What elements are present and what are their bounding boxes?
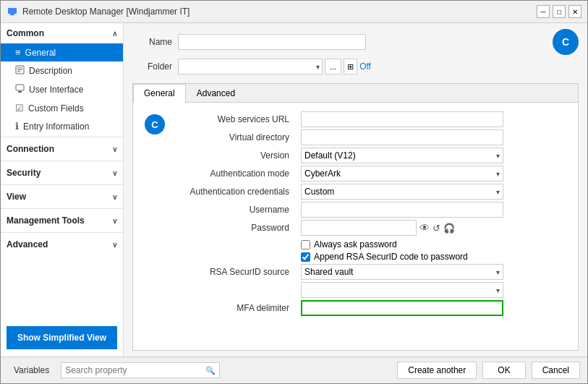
sidebar-management-header[interactable]: Management Tools ∨	[1, 210, 123, 231]
version-row: Version Default (V12) V11 V10	[172, 148, 566, 163]
app-icon	[7, 6, 18, 17]
auth-credentials-label: Authentication credentials	[172, 187, 295, 197]
titlebar: Remote Desktop Manager [Windjammer IT] ─…	[1, 1, 587, 23]
mfa-delimiter-input[interactable]	[301, 300, 503, 316]
chevron-down-mgmt-icon: ∨	[112, 217, 117, 225]
folder-ellipsis-button[interactable]: ...	[325, 59, 341, 74]
sidebar-item-description[interactable]: Description	[1, 61, 123, 80]
auth-credentials-select[interactable]: Custom My account settings Inherited	[301, 184, 503, 200]
sidebar-item-general[interactable]: ≡ General	[1, 43, 123, 61]
svg-rect-1	[8, 8, 17, 14]
folder-select[interactable]	[178, 59, 323, 74]
auth-mode-select[interactable]: CyberArk LDAP Windows	[301, 166, 503, 182]
web-services-row: Web services URL	[172, 111, 566, 127]
sidebar-section-view: View ∨	[1, 187, 123, 207]
cyberark-form-icon: C	[145, 114, 165, 135]
second-dropdown-row	[172, 282, 566, 298]
virtual-directory-label: Virtual directory	[172, 132, 295, 142]
divider-5	[1, 232, 123, 233]
always-ask-row: Always ask password	[301, 239, 566, 249]
name-label: Name	[132, 37, 172, 47]
tab-content-general: C Web services URL Virtual directory	[133, 103, 578, 350]
svg-rect-7	[16, 85, 24, 90]
always-ask-checkbox[interactable]	[301, 240, 310, 249]
main-window: Remote Desktop Manager [Windjammer IT] ─…	[0, 0, 588, 384]
sidebar-custom-fields-label: Custom Fields	[28, 103, 84, 114]
sidebar-advanced-label: Advanced	[7, 239, 48, 249]
sidebar-section-advanced: Advanced ∨	[1, 234, 123, 255]
sidebar-view-label: View	[7, 192, 26, 202]
folder-icon-button[interactable]: ⊞	[344, 59, 357, 74]
password-field-group: 👁 ↺ 🎧	[301, 220, 455, 236]
sidebar-item-user-interface[interactable]: User Interface	[1, 80, 123, 99]
sidebar-advanced-header[interactable]: Advanced ∨	[1, 234, 123, 255]
mfa-delimiter-row: MFA delimiter	[172, 300, 566, 316]
right-panel: Name C Folder ▾ .	[124, 23, 587, 357]
variables-tab[interactable]: Variables	[8, 362, 55, 378]
folder-label: Folder	[132, 61, 172, 72]
always-ask-label: Always ask password	[314, 239, 397, 249]
minimize-button[interactable]: ─	[537, 5, 550, 18]
sidebar-user-interface-label: User Interface	[29, 85, 83, 95]
main-content: Common ∧ ≡ General Description	[1, 23, 587, 357]
sidebar-view-header[interactable]: View ∨	[1, 187, 123, 207]
eye-icon[interactable]: 👁	[419, 222, 430, 234]
sidebar-general-label: General	[25, 48, 56, 58]
maximize-button[interactable]: □	[553, 5, 566, 18]
virtual-directory-input[interactable]	[301, 129, 503, 145]
version-select-wrapper: Default (V12) V11 V10	[301, 148, 503, 163]
create-another-button[interactable]: Create another	[397, 362, 477, 379]
search-icon: 🔍	[205, 366, 216, 375]
divider-4	[1, 208, 123, 209]
mfa-delimiter-label: MFA delimiter	[172, 303, 295, 313]
refresh-icon[interactable]: ↺	[433, 223, 440, 234]
second-dropdown-select[interactable]	[301, 282, 503, 298]
username-row: Username	[172, 202, 566, 218]
sidebar-bottom: Show Simplified View	[1, 319, 123, 357]
append-rsa-checkbox[interactable]	[301, 252, 310, 262]
sidebar: Common ∧ ≡ General Description	[1, 23, 124, 357]
username-input[interactable]	[301, 202, 503, 218]
show-simplified-button[interactable]: Show Simplified View	[7, 326, 117, 349]
tab-advanced[interactable]: Advanced	[186, 84, 246, 103]
headset-icon[interactable]: 🎧	[443, 223, 455, 234]
name-row: Name C	[132, 29, 579, 55]
web-services-label: Web services URL	[172, 114, 295, 124]
form-fields: Web services URL Virtual directory Versi…	[172, 111, 566, 316]
auth-mode-row: Authentication mode CyberArk LDAP Window…	[172, 166, 566, 182]
user-interface-icon	[15, 84, 25, 95]
sidebar-connection-header[interactable]: Connection ∨	[1, 139, 123, 159]
tab-panel: General Advanced C Web services URL	[132, 83, 579, 351]
divider-1	[1, 137, 123, 137]
sidebar-description-label: Description	[29, 66, 72, 76]
close-button[interactable]: ✕	[568, 5, 581, 18]
sidebar-security-header[interactable]: Security ∨	[1, 163, 123, 183]
off-link[interactable]: Off	[359, 61, 371, 72]
version-select[interactable]: Default (V12) V11 V10	[301, 148, 503, 163]
bottom-bar: Variables 🔍 Create another OK Cancel	[1, 357, 587, 383]
auth-mode-label: Authentication mode	[172, 168, 295, 179]
virtual-directory-row: Virtual directory	[172, 129, 566, 145]
rsa-securid-row: RSA SecurID source Shared vault Prompt N…	[172, 264, 566, 280]
password-label: Password	[172, 223, 295, 233]
sidebar-item-entry-information[interactable]: ℹ Entry Information	[1, 117, 123, 135]
append-rsa-label: Append RSA SecurID code to password	[314, 252, 468, 262]
chevron-down-connection-icon: ∨	[112, 145, 117, 153]
folder-row: Folder ▾ ... ⊞ Off	[132, 59, 579, 74]
name-input[interactable]	[178, 34, 366, 50]
rsa-securid-select[interactable]: Shared vault Prompt None	[301, 264, 503, 280]
sidebar-item-custom-fields[interactable]: ☑ Custom Fields	[1, 99, 123, 117]
chevron-down-view-icon: ∨	[112, 193, 117, 201]
sidebar-management-label: Management Tools	[7, 216, 85, 226]
cyberark-logo-top: C	[553, 29, 579, 55]
password-input[interactable]	[301, 220, 417, 236]
custom-fields-icon: ☑	[15, 103, 24, 114]
web-services-input[interactable]	[301, 111, 503, 127]
tab-general[interactable]: General	[133, 84, 186, 103]
sidebar-section-security: Security ∨	[1, 163, 123, 183]
general-icon: ≡	[15, 47, 21, 58]
search-input[interactable]	[65, 365, 205, 375]
ok-button[interactable]: OK	[482, 362, 525, 379]
cancel-button[interactable]: Cancel	[532, 362, 580, 379]
sidebar-common-header[interactable]: Common ∧	[1, 23, 123, 43]
